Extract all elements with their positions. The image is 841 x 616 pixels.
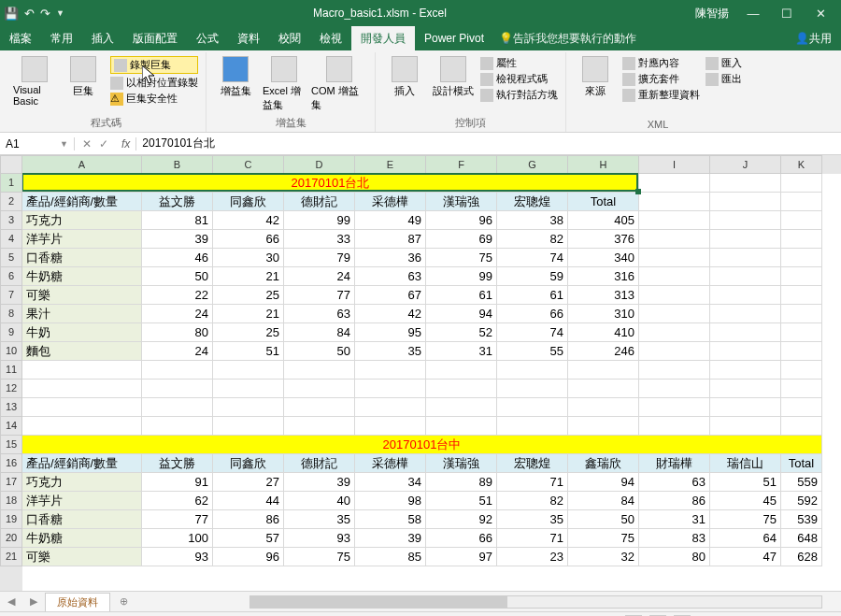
worksheet-grid[interactable]: 123456789101112131415161718192021 ABCDEF… <box>0 155 841 591</box>
cell[interactable]: 64 <box>710 529 781 548</box>
cell[interactable]: 益文勝 <box>142 193 213 211</box>
row-header-6[interactable]: 6 <box>0 267 22 286</box>
cell[interactable]: 628 <box>781 548 822 566</box>
cell[interactable] <box>781 417 822 436</box>
cell[interactable] <box>426 380 497 398</box>
cell[interactable]: 59 <box>497 267 568 286</box>
cell[interactable]: 31 <box>639 510 710 529</box>
cell[interactable] <box>781 193 822 211</box>
sheet-tab-active[interactable]: 原始資料 <box>45 593 110 611</box>
cell[interactable] <box>22 380 142 398</box>
cell[interactable] <box>426 398 497 417</box>
cell[interactable]: 94 <box>426 305 497 323</box>
cell[interactable]: 75 <box>710 510 781 529</box>
cell[interactable]: 洋芋片 <box>22 230 142 249</box>
col-header-G[interactable]: G <box>497 155 568 174</box>
cell[interactable] <box>639 174 710 193</box>
cell[interactable] <box>639 286 710 305</box>
tab-view[interactable]: 檢視 <box>310 26 351 50</box>
cell[interactable] <box>781 342 822 361</box>
cell[interactable]: 23 <box>497 548 568 566</box>
cell[interactable] <box>781 286 822 305</box>
cell[interactable]: 46 <box>142 249 213 267</box>
col-header-H[interactable]: H <box>568 155 639 174</box>
cell[interactable]: 63 <box>284 305 355 323</box>
cell[interactable]: 83 <box>639 529 710 548</box>
cell[interactable]: 99 <box>284 211 355 230</box>
cell[interactable]: 592 <box>781 492 822 510</box>
cell[interactable]: 同鑫欣 <box>213 193 284 211</box>
cell[interactable]: 24 <box>142 342 213 361</box>
refresh-data-button[interactable]: 重新整理資料 <box>622 88 700 102</box>
select-all-button[interactable] <box>0 155 22 174</box>
row-header-19[interactable]: 19 <box>0 510 22 529</box>
tab-home[interactable]: 常用 <box>41 26 82 50</box>
cell[interactable] <box>284 361 355 380</box>
cell[interactable] <box>22 361 142 380</box>
cell[interactable]: 47 <box>710 548 781 566</box>
namebox-dropdown-icon[interactable]: ▼ <box>60 139 68 149</box>
cell[interactable] <box>355 417 426 436</box>
cell[interactable] <box>710 398 781 417</box>
cell[interactable]: 316 <box>568 267 639 286</box>
cell[interactable]: 同鑫欣 <box>213 454 284 473</box>
name-box[interactable]: A1▼ <box>0 137 75 150</box>
cell[interactable] <box>497 361 568 380</box>
cell[interactable] <box>568 417 639 436</box>
cell[interactable]: 德財記 <box>284 193 355 211</box>
share-button[interactable]: 👤 共用 <box>786 26 841 50</box>
cell[interactable] <box>568 380 639 398</box>
cell[interactable]: 67 <box>355 286 426 305</box>
cell[interactable]: 96 <box>213 548 284 566</box>
fill-handle[interactable] <box>635 189 641 194</box>
user-name[interactable]: 陳智揚 <box>695 6 729 21</box>
cell[interactable]: 93 <box>284 529 355 548</box>
cell[interactable]: 86 <box>639 492 710 510</box>
cell[interactable]: 410 <box>568 323 639 342</box>
cell[interactable] <box>639 305 710 323</box>
cell[interactable]: 口香糖 <box>22 249 142 267</box>
cell[interactable]: 92 <box>426 510 497 529</box>
cell[interactable]: 42 <box>213 211 284 230</box>
cell[interactable] <box>710 380 781 398</box>
cell[interactable]: 24 <box>284 267 355 286</box>
cell[interactable] <box>355 361 426 380</box>
cell[interactable]: 86 <box>213 510 284 529</box>
export-button[interactable]: 匯出 <box>706 72 742 86</box>
cell[interactable] <box>284 417 355 436</box>
cell[interactable]: 35 <box>355 342 426 361</box>
cell[interactable]: 32 <box>568 548 639 566</box>
cell[interactable] <box>497 417 568 436</box>
cell[interactable]: 產品/經銷商/數量 <box>22 193 142 211</box>
cell[interactable]: 63 <box>355 267 426 286</box>
cell[interactable]: 313 <box>568 286 639 305</box>
cell[interactable] <box>639 193 710 211</box>
properties-button[interactable]: 屬性 <box>480 56 558 70</box>
cell[interactable]: 84 <box>568 492 639 510</box>
row-header-20[interactable]: 20 <box>0 529 22 548</box>
cell[interactable]: 82 <box>497 492 568 510</box>
cell[interactable] <box>426 361 497 380</box>
cell[interactable] <box>639 230 710 249</box>
cell[interactable]: 539 <box>781 510 822 529</box>
cell[interactable]: 40 <box>284 492 355 510</box>
cell[interactable] <box>781 249 822 267</box>
cell[interactable] <box>710 174 781 193</box>
tell-me-search[interactable]: 💡 告訴我您想要執行的動作 <box>499 26 636 50</box>
cell[interactable]: 58 <box>355 510 426 529</box>
cell[interactable]: 80 <box>639 548 710 566</box>
cell[interactable]: 麵包 <box>22 342 142 361</box>
cell[interactable] <box>710 305 781 323</box>
cell[interactable]: 94 <box>568 473 639 492</box>
cell[interactable]: Total <box>568 193 639 211</box>
row-header-8[interactable]: 8 <box>0 305 22 323</box>
sheet-nav-prev[interactable]: ◀ <box>0 595 22 608</box>
view-code-button[interactable]: 檢視程式碼 <box>480 72 558 86</box>
cell[interactable]: 57 <box>213 529 284 548</box>
cell[interactable] <box>781 380 822 398</box>
cell[interactable]: 50 <box>284 342 355 361</box>
cell[interactable] <box>142 361 213 380</box>
addins-button[interactable]: 增益集 <box>214 56 257 98</box>
cell[interactable]: 牛奶 <box>22 323 142 342</box>
undo-icon[interactable]: ↶ <box>24 7 35 21</box>
